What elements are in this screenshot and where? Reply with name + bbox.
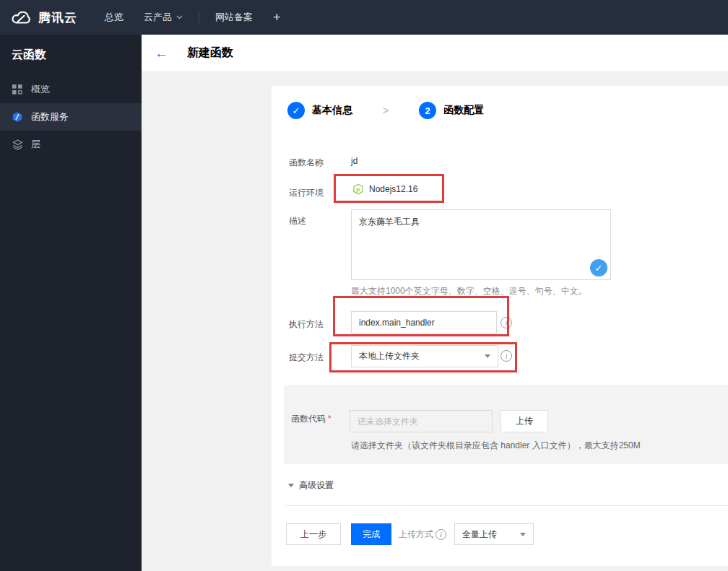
upload-button[interactable]: 上传 (500, 410, 548, 432)
finish-button[interactable]: 完成 (351, 523, 391, 545)
dropdown-caret-icon (520, 533, 526, 536)
sidebar-title: 云函数 (0, 35, 142, 76)
sidebar-item-label: 层 (31, 138, 40, 151)
function-name-value: jd (351, 156, 358, 166)
advanced-settings-label: 高级设置 (299, 479, 334, 492)
grid-icon (12, 84, 23, 95)
page-title: 新建函数 (187, 45, 233, 61)
nav-item-overview[interactable]: 总览 (95, 0, 134, 35)
cloud-logo-icon (10, 9, 32, 25)
upload-mode-value: 全量上传 (462, 528, 497, 541)
description-helper-text: 最大支持1000个英文字母、数字、空格、逗号、句号、中文。 (351, 285, 587, 297)
advanced-settings-toggle[interactable]: 高级设置 (288, 479, 334, 492)
layers-icon (12, 139, 23, 150)
step-indicator: ✓ 基本信息 > 2 函数配置 (287, 102, 484, 119)
sidebar-item-function-service[interactable]: 函数服务 (0, 103, 142, 131)
page-header: ← 新建函数 (142, 35, 728, 72)
submit-method-value: 本地上传文件夹 (359, 350, 420, 362)
folder-path-input (350, 410, 493, 432)
chevron-down-icon (176, 15, 183, 19)
upload-mode-select[interactable]: 全量上传 (454, 523, 534, 545)
top-navbar: 腾讯云 总览 云产品 网站备案 + (0, 0, 728, 35)
create-function-card: ✓ 基本信息 > 2 函数配置 函数名称 jd 运行环境 js Nodejs12… (272, 86, 728, 566)
top-nav-menu: 总览 云产品 网站备案 + (95, 0, 291, 35)
svg-text:js: js (355, 187, 360, 193)
step-number: 2 (419, 102, 436, 119)
footer-divider (286, 505, 728, 506)
nav-divider (199, 12, 199, 23)
description-textarea[interactable]: 京东薅羊毛工具 (351, 209, 611, 280)
nav-item-cloud-products[interactable]: 云产品 (134, 0, 193, 35)
step-label: 基本信息 (312, 104, 352, 117)
sidebar-item-overview[interactable]: 概览 (0, 76, 142, 103)
sidebar-item-label: 概览 (31, 83, 50, 96)
handler-label: 执行方法 (289, 318, 324, 331)
function-service-icon (12, 111, 23, 123)
function-code-label: 函数代码* (291, 413, 332, 425)
main-area: ← 新建函数 ✓ 基本信息 > 2 函数配置 函数名称 jd 运行环境 js (142, 35, 728, 571)
required-mark: * (328, 414, 332, 424)
handler-info-icon[interactable]: i (500, 317, 512, 328)
function-code-helper-text: 请选择文件夹（该文件夹根目录应包含 handler 入口文件），最大支持250M (351, 440, 641, 452)
step-label: 函数配置 (443, 104, 484, 117)
back-arrow-icon[interactable]: ← (155, 46, 168, 60)
brand-name: 腾讯云 (38, 9, 77, 26)
step-basic-info: ✓ 基本信息 (287, 102, 352, 119)
upload-mode-label: 上传方式 i (399, 528, 446, 541)
submit-method-info-icon[interactable]: i (500, 350, 512, 362)
runtime-value: js Nodejs12.16 (352, 183, 417, 195)
step-check-icon: ✓ (287, 102, 305, 119)
valid-check-icon: ✓ (590, 259, 607, 276)
step-function-config: 2 函数配置 (419, 102, 484, 119)
submit-method-select[interactable]: 本地上传文件夹 (351, 345, 498, 367)
brand-logo[interactable]: 腾讯云 (10, 9, 77, 26)
runtime-label: 运行环境 (289, 187, 324, 199)
description-label: 描述 (289, 215, 306, 227)
nav-add-button[interactable]: + (263, 0, 291, 35)
function-name-label: 函数名称 (289, 157, 324, 169)
handler-input[interactable] (351, 311, 497, 334)
previous-step-button[interactable]: 上一步 (286, 523, 341, 545)
submit-method-label: 提交方法 (289, 352, 324, 364)
collapse-triangle-icon (288, 484, 294, 487)
nav-item-website-icp[interactable]: 网站备案 (205, 0, 263, 35)
dropdown-caret-icon (485, 354, 490, 358)
nodejs-icon: js (352, 183, 364, 195)
upload-mode-info-icon[interactable]: i (436, 529, 446, 540)
sidebar-item-label: 函数服务 (31, 110, 69, 123)
sidebar: 云函数 概览 函数服务 层 (0, 35, 142, 571)
runtime-text: Nodejs12.16 (369, 184, 417, 194)
sidebar-item-layers[interactable]: 层 (0, 131, 142, 158)
step-chevron-icon: > (383, 105, 389, 116)
